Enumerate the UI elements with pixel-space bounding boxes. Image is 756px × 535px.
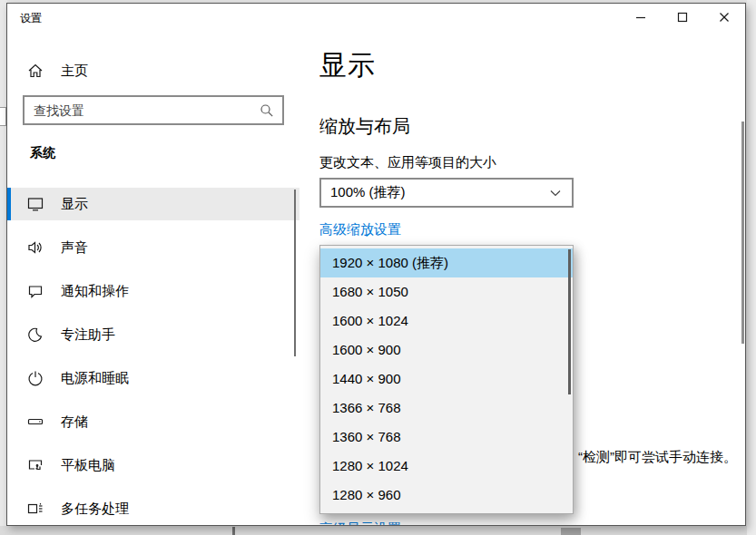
focus-assist-icon [27,326,44,343]
sidebar-item-label: 电源和睡眠 [61,370,129,387]
background-detect-text: “检测”即可尝试手动连接。 [578,449,737,466]
background-window-edge [232,527,235,535]
section-title-scale-layout: 缩放与布局 [319,114,410,139]
selected-accent-bar [7,188,11,220]
sidebar-item-home[interactable]: 主页 [20,57,283,84]
resolution-option[interactable]: 1600 × 900 [320,336,573,365]
background-bottom [0,526,756,535]
resolution-option[interactable]: 1440 × 900 [320,365,573,394]
background-right [747,0,756,535]
scale-select-value: 100% (推荐) [330,184,550,201]
page-title: 显示 [319,47,376,84]
resolution-option[interactable]: 1920 × 1080 (推荐) [320,248,573,277]
sidebar-item-multitasking[interactable]: 多任务处理 [7,492,299,525]
search-box [23,95,284,125]
search-icon [260,103,274,118]
settings-window: 设置 主页 系统 [6,3,746,526]
sidebar: 主页 系统 显示 [7,33,299,526]
sidebar-item-notifications[interactable]: 通知和操作 [7,275,299,307]
multitasking-icon [27,501,44,517]
storage-icon [27,413,44,430]
sidebar-scrollbar[interactable] [294,190,296,356]
sidebar-item-label: 多任务处理 [61,501,129,518]
resolution-option[interactable]: 1360 × 768 [320,423,573,452]
resolution-option[interactable]: 1600 × 1024 [320,306,573,336]
display-icon [27,196,44,212]
advanced-scaling-link[interactable]: 高级缩放设置 [319,221,401,238]
sidebar-item-storage[interactable]: 存储 [7,405,299,438]
chevron-down-icon [550,190,561,197]
window-title: 设置 [20,11,42,26]
sidebar-section-system: 系统 [30,145,55,161]
background-window-edge-2 [561,528,581,535]
tablet-icon [27,457,44,473]
sidebar-item-display[interactable]: 显示 [7,188,299,220]
sidebar-item-label: 显示 [61,196,88,213]
sidebar-nav: 显示 声音 通知和操作 [7,188,299,526]
sidebar-item-label: 存储 [61,413,88,431]
sound-icon [27,239,44,256]
advanced-display-link[interactable]: 高级显示设置 [319,520,401,526]
scale-select[interactable]: 100% (推荐) [319,178,574,208]
sidebar-item-label: 声音 [61,239,88,257]
background-window-fragment [0,107,6,126]
sidebar-item-label: 通知和操作 [61,283,129,300]
notifications-icon [27,283,44,299]
sidebar-item-focus-assist[interactable]: 专注助手 [7,318,299,351]
sidebar-item-tablet[interactable]: 平板电脑 [7,449,299,482]
sidebar-item-label: 平板电脑 [61,457,115,474]
home-icon [27,63,44,79]
dropdown-scrollbar[interactable] [568,249,571,394]
resolution-option[interactable]: 1280 × 960 [320,481,573,510]
resolution-option[interactable]: 1680 × 1050 [320,277,573,306]
resolution-option[interactable]: 1366 × 768 [320,394,573,423]
sidebar-item-sound[interactable]: 声音 [7,231,299,264]
resolution-option[interactable]: 1280 × 1024 [320,452,573,481]
search-input[interactable] [25,103,260,118]
main-content: 显示 缩放与布局 更改文本、应用等项目的大小 100% (推荐) 高级缩放设置 … [299,4,746,526]
power-sleep-icon [27,370,44,386]
resolution-dropdown: 1920 × 1080 (推荐) 1680 × 1050 1600 × 1024… [319,245,574,514]
sidebar-item-power-sleep[interactable]: 电源和睡眠 [7,362,299,394]
sidebar-item-label: 专注助手 [61,326,115,344]
scale-field-label: 更改文本、应用等项目的大小 [319,154,496,171]
home-label: 主页 [61,63,88,80]
main-scrollbar[interactable] [741,122,744,344]
